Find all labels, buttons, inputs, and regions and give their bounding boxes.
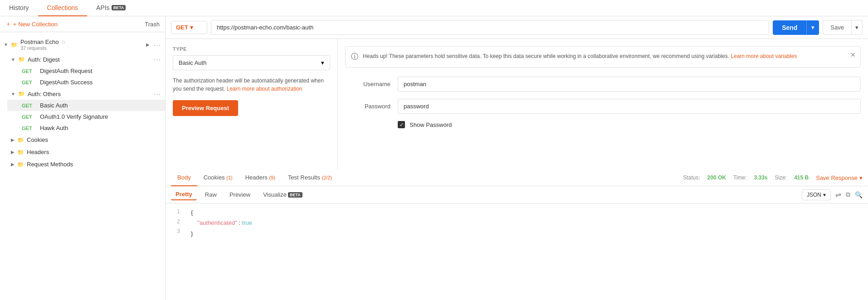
- method-badge: GET: [22, 68, 36, 74]
- group-menu-icon[interactable]: ···: [153, 56, 161, 63]
- collection-menu-icon[interactable]: ···: [153, 41, 161, 48]
- url-input[interactable]: [211, 20, 769, 35]
- show-password-label[interactable]: Show Password: [410, 121, 452, 128]
- auth-type-select[interactable]: Basic Auth ▾: [173, 55, 330, 70]
- group-auth-others: ▼ 📁 Auth: Others ··· GET Basic Auth GET …: [7, 88, 165, 134]
- folder-name: Headers: [27, 149, 49, 155]
- method-value: GET: [176, 24, 188, 31]
- status-label: Status:: [683, 174, 700, 181]
- folder-headers[interactable]: ▶ 📁 Headers: [0, 146, 165, 158]
- group-header-left: ▼ 📁 Auth: Others: [11, 91, 61, 97]
- folder-icon: 📁: [17, 149, 24, 155]
- request-name: DigestAuth Request: [40, 68, 93, 74]
- chevron-down-icon: ▾: [321, 59, 324, 66]
- alert-variables-link[interactable]: Learn more about variables: [731, 53, 797, 59]
- code-content: { "authenticated" : true }: [191, 207, 861, 239]
- info-icon: ⓘ: [351, 52, 358, 62]
- chevron-down-icon: ▾: [823, 192, 826, 198]
- body-tab-raw[interactable]: Raw: [200, 189, 221, 200]
- tab-history-label: History: [9, 4, 29, 11]
- method-select[interactable]: GET ▾: [171, 21, 207, 34]
- collection-header[interactable]: ▼ 📁 Postman Echo ☆ 37 requests ▶ ···: [0, 36, 165, 53]
- folder-icon: 📁: [18, 91, 25, 97]
- folder-name: Cookies: [27, 136, 48, 143]
- collection-postman-echo: ▼ 📁 Postman Echo ☆ 37 requests ▶ ···: [0, 36, 165, 170]
- save-dropdown-button[interactable]: ▾: [852, 20, 863, 35]
- send-dropdown-button[interactable]: ▾: [806, 20, 819, 35]
- group-auth-digest-header[interactable]: ▼ 📁 Auth: Digest ···: [7, 53, 165, 65]
- method-badge: GET: [22, 114, 36, 120]
- body-tab-preview[interactable]: Preview: [225, 189, 255, 200]
- chevron-down-icon: ▾: [190, 24, 193, 31]
- search-icon[interactable]: 🔍: [855, 191, 863, 198]
- alert-close-button[interactable]: ✕: [850, 51, 856, 58]
- main-layout: ＋ + New Collection Trash ▼ 📁 Postman Ech…: [0, 16, 868, 300]
- chevron-right-icon: ▶: [11, 162, 15, 167]
- tab-body[interactable]: Body: [171, 169, 197, 186]
- auth-type-value: Basic Auth: [179, 59, 206, 66]
- username-label: Username: [345, 81, 390, 87]
- send-button[interactable]: Send: [773, 20, 806, 35]
- wrap-icon[interactable]: ⇌: [835, 190, 841, 199]
- save-response-button[interactable]: Save Response ▾: [816, 174, 863, 181]
- group-name: Auth: Others: [28, 91, 61, 97]
- request-name: DigestAuth Success: [40, 79, 93, 86]
- tab-test-results[interactable]: Test Results (2/2): [282, 169, 338, 186]
- apis-beta-badge: BETA: [112, 5, 126, 10]
- line-numbers: 1 2 3: [166, 207, 180, 237]
- list-item[interactable]: GET OAuth1.0 Verify Signature: [7, 111, 165, 122]
- tab-history[interactable]: History: [0, 0, 38, 16]
- list-item[interactable]: GET Hawk Auth: [7, 122, 165, 134]
- list-item[interactable]: GET DigestAuth Request: [7, 65, 165, 77]
- tab-headers[interactable]: Headers (9): [239, 169, 282, 186]
- code-area: 1 2 3 { "authenticated" : true }: [166, 203, 868, 300]
- star-icon[interactable]: ☆: [61, 39, 66, 45]
- method-badge: GET: [22, 103, 36, 108]
- folder-request-methods[interactable]: ▶ 📁 Request Methods: [0, 158, 165, 170]
- alert-text: Heads up! These parameters hold sensitiv…: [363, 52, 797, 60]
- copy-icon[interactable]: ⧉: [846, 191, 850, 198]
- credentials-panel: ⓘ Heads up! These parameters hold sensit…: [338, 39, 868, 169]
- preview-request-button[interactable]: Preview Request: [173, 100, 238, 116]
- size-value: 415 B: [794, 174, 809, 181]
- password-input[interactable]: [398, 99, 861, 114]
- chevron-down-icon: ▼: [11, 57, 15, 62]
- group-auth-others-header[interactable]: ▼ 📁 Auth: Others ···: [7, 88, 165, 100]
- bottom-panel: Body Cookies (1) Headers (9) Test Result…: [166, 169, 868, 300]
- show-password-checkbox[interactable]: ✓: [398, 121, 405, 128]
- folder-left: ▶ 📁 Cookies: [11, 136, 48, 143]
- body-tab-visualize[interactable]: Visualize BETA: [258, 189, 307, 200]
- format-select[interactable]: JSON ▾: [802, 189, 831, 200]
- request-name: Basic Auth: [40, 102, 68, 109]
- username-input[interactable]: [398, 77, 861, 92]
- auth-description: The authorization header will be automat…: [173, 77, 330, 93]
- folder-cookies[interactable]: ▶ 📁 Cookies: [0, 134, 165, 146]
- group-menu-icon[interactable]: ···: [153, 90, 161, 97]
- body-tab-pretty[interactable]: Pretty: [171, 189, 197, 200]
- folder-name: Request Methods: [27, 161, 73, 168]
- url-bar: GET ▾ Send ▾ Save ▾: [166, 16, 868, 39]
- list-item[interactable]: GET DigestAuth Success: [7, 77, 165, 88]
- tab-collections[interactable]: Collections: [38, 0, 87, 16]
- expand-icon[interactable]: ▶: [146, 42, 150, 47]
- tab-apis-label: APIs: [96, 4, 110, 11]
- auth-learn-more-link[interactable]: Learn more about authorization: [227, 86, 302, 92]
- new-collection-button[interactable]: ＋ + New Collection: [5, 20, 58, 28]
- sidebar-actions: ＋ + New Collection Trash: [0, 16, 165, 32]
- chevron-down-icon: ▼: [4, 42, 8, 47]
- code-line-3: }: [191, 228, 861, 239]
- password-label: Password: [345, 103, 390, 110]
- body-actions: JSON ▾ ⇌ ⧉ 🔍: [802, 189, 863, 200]
- response-tabs-bar: Body Cookies (1) Headers (9) Test Result…: [166, 169, 868, 186]
- save-button[interactable]: Save: [823, 20, 852, 35]
- username-row: Username: [345, 77, 861, 92]
- list-item[interactable]: GET Basic Auth: [7, 100, 165, 111]
- tab-cookies[interactable]: Cookies (1): [197, 169, 239, 186]
- folder-icon: 📁: [17, 161, 24, 168]
- trash-button[interactable]: Trash: [145, 21, 160, 28]
- response-body-tabs: Pretty Raw Preview Visualize BETA: [171, 189, 307, 200]
- folder-icon: 📁: [17, 137, 24, 143]
- format-value: JSON: [807, 192, 821, 198]
- show-password-row: ✓ Show Password: [345, 121, 861, 128]
- tab-apis[interactable]: APIs BETA: [87, 0, 135, 16]
